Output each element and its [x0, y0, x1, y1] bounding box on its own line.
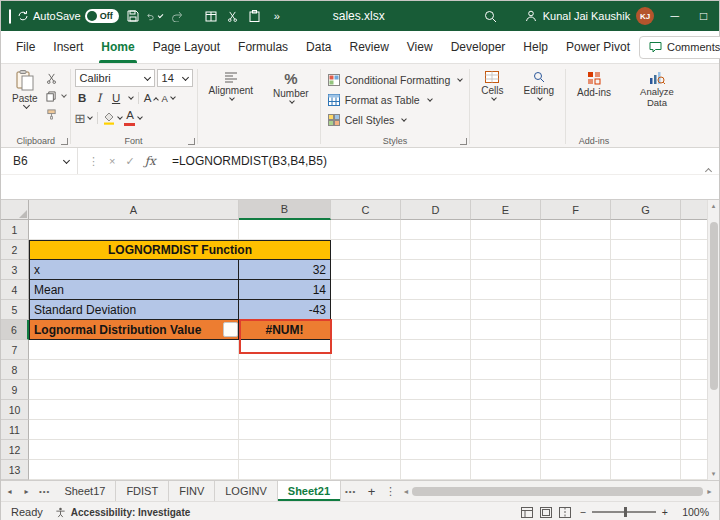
- cut-quick-button[interactable]: [225, 5, 241, 27]
- hidden-sheets-left-icon[interactable]: •••: [35, 481, 54, 501]
- column-header-F[interactable]: F: [541, 200, 611, 220]
- cell-A13[interactable]: [29, 460, 239, 480]
- workbook-quick-button[interactable]: [203, 5, 219, 27]
- hidden-sheets-right-icon[interactable]: •••: [341, 481, 360, 501]
- cell-F10[interactable]: [541, 400, 611, 420]
- cell-D12[interactable]: [401, 440, 471, 460]
- cell-A11[interactable]: [29, 420, 239, 440]
- enter-button[interactable]: ✓: [125, 155, 134, 168]
- cell-A1[interactable]: [29, 220, 239, 240]
- addins-button[interactable]: Add-ins: [570, 68, 618, 101]
- cell-E10[interactable]: [471, 400, 541, 420]
- row-header-12[interactable]: 12: [1, 440, 29, 460]
- cell-E13[interactable]: [471, 460, 541, 480]
- name-box[interactable]: B6: [1, 148, 77, 174]
- undo-button[interactable]: [147, 5, 163, 27]
- cell-F11[interactable]: [541, 420, 611, 440]
- underline-dropdown-chevron-icon[interactable]: [128, 94, 134, 100]
- cell-B7[interactable]: [239, 340, 331, 360]
- cell-B11[interactable]: [239, 420, 331, 440]
- format-painter-button[interactable]: [46, 107, 66, 121]
- search-button[interactable]: [483, 5, 499, 27]
- cell-D3[interactable]: [401, 260, 471, 280]
- zoom-level[interactable]: 100%: [677, 506, 709, 518]
- row-header-4[interactable]: 4: [1, 280, 29, 300]
- row-header-13[interactable]: 13: [1, 460, 29, 480]
- copy-button[interactable]: [46, 89, 66, 103]
- cell-D9[interactable]: [401, 380, 471, 400]
- cell-B8[interactable]: [239, 360, 331, 380]
- row-header-5[interactable]: 5: [1, 300, 29, 320]
- cell-A7[interactable]: [29, 340, 239, 360]
- row-header-3[interactable]: 3: [1, 260, 29, 280]
- cell-G8[interactable]: [611, 360, 681, 380]
- cell-A8[interactable]: [29, 360, 239, 380]
- cell-G3[interactable]: [611, 260, 681, 280]
- cell-C6[interactable]: [331, 320, 401, 340]
- insert-function-button[interactable]: ƒx: [145, 154, 156, 168]
- cell-C5[interactable]: [331, 300, 401, 320]
- redo-button[interactable]: [169, 5, 185, 27]
- next-sheet-button[interactable]: ▸: [18, 481, 35, 501]
- cell-B5[interactable]: -43: [239, 300, 331, 320]
- analyze-data-button[interactable]: Analyze Data: [624, 68, 690, 112]
- cell-G5[interactable]: [611, 300, 681, 320]
- alignment-button[interactable]: Alignment: [202, 68, 260, 103]
- clipboard-dialog-launcher-icon[interactable]: [61, 138, 68, 145]
- clipboard-quick-button[interactable]: [247, 5, 263, 27]
- cell-E2[interactable]: [471, 240, 541, 260]
- font-name-select[interactable]: Calibri: [75, 69, 155, 87]
- cell-G10[interactable]: [611, 400, 681, 420]
- cell-E1[interactable]: [471, 220, 541, 240]
- accessibility-button[interactable]: Accessibility: Investigate: [55, 507, 191, 518]
- tab-overflow-icon[interactable]: ⋮: [382, 481, 398, 501]
- cell-F7[interactable]: [541, 340, 611, 360]
- row-header-2[interactable]: 2: [1, 240, 29, 260]
- cell-A10[interactable]: [29, 400, 239, 420]
- italic-button[interactable]: I: [92, 90, 107, 106]
- underline-button[interactable]: U: [109, 90, 124, 106]
- sheet-tab-fdist[interactable]: FDIST: [116, 481, 169, 501]
- cancel-button[interactable]: ×: [109, 155, 115, 167]
- row-header-11[interactable]: 11: [1, 420, 29, 440]
- font-dialog-launcher-icon[interactable]: [188, 138, 195, 145]
- cut-button[interactable]: [46, 71, 66, 85]
- row-header-1[interactable]: 1: [1, 220, 29, 240]
- cell-A9[interactable]: [29, 380, 239, 400]
- zoom-slider-knob[interactable]: [624, 507, 627, 517]
- column-header-A[interactable]: A: [29, 200, 239, 220]
- cell-B3[interactable]: 32: [239, 260, 331, 280]
- scroll-left-icon[interactable]: ◄: [402, 488, 409, 495]
- cell-C13[interactable]: [331, 460, 401, 480]
- cell-D13[interactable]: [401, 460, 471, 480]
- cell-G6[interactable]: [611, 320, 681, 340]
- cell-F6[interactable]: [541, 320, 611, 340]
- cell-C10[interactable]: [331, 400, 401, 420]
- cell-A4[interactable]: Mean: [29, 280, 239, 300]
- menu-tab-insert[interactable]: Insert: [44, 31, 92, 63]
- sheet-tab-sheet17[interactable]: Sheet17: [54, 481, 116, 501]
- error-checking-warning-icon[interactable]: [223, 322, 238, 337]
- cell-D8[interactable]: [401, 360, 471, 380]
- comments-button[interactable]: Comments: [639, 36, 720, 59]
- autosave-toggle[interactable]: Off: [85, 9, 119, 23]
- cell-D5[interactable]: [401, 300, 471, 320]
- minimize-button[interactable]: ─: [660, 1, 689, 31]
- cell-B13[interactable]: [239, 460, 331, 480]
- format-as-table-button[interactable]: Format as Table: [325, 90, 466, 109]
- font-color-button[interactable]: A: [124, 110, 142, 126]
- cell-C9[interactable]: [331, 380, 401, 400]
- menu-tab-home[interactable]: Home: [92, 31, 143, 63]
- sheet-tab-loginv[interactable]: LOGINV: [215, 481, 278, 501]
- cell-F1[interactable]: [541, 220, 611, 240]
- cell-B10[interactable]: [239, 400, 331, 420]
- cell-B4[interactable]: 14: [239, 280, 331, 300]
- cell-C1[interactable]: [331, 220, 401, 240]
- autosave-control[interactable]: AutoSave Off: [17, 9, 119, 23]
- cell-F4[interactable]: [541, 280, 611, 300]
- account-button[interactable]: Kunal Jai Kaushik KJ: [525, 7, 654, 25]
- fill-color-button[interactable]: [103, 110, 122, 126]
- cell-E3[interactable]: [471, 260, 541, 280]
- column-header-B[interactable]: B: [239, 200, 331, 220]
- cell-G9[interactable]: [611, 380, 681, 400]
